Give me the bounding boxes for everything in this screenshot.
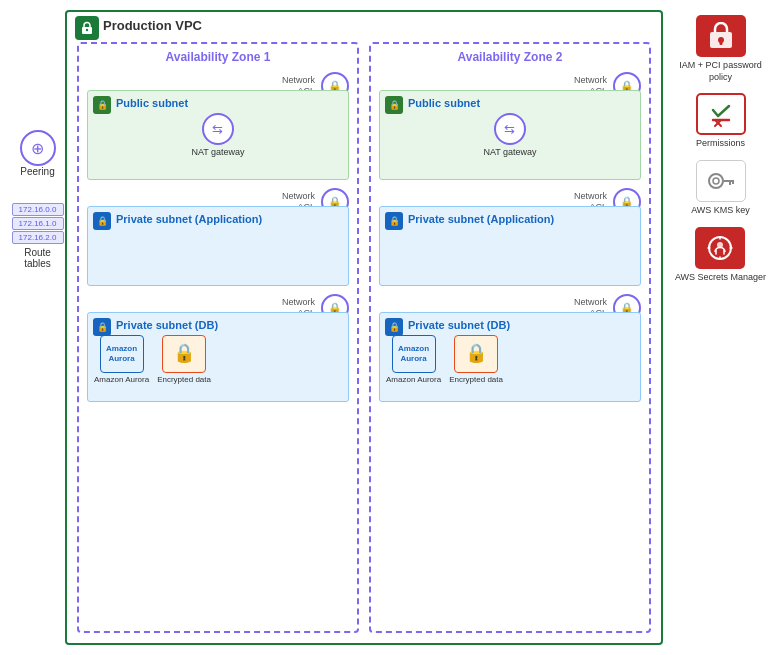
route-item-1: 172.16.0.0 [12, 203, 64, 216]
left-sidebar: ⊕ Peering 172.16.0.0 172.16.1.0 172.16.2… [10, 10, 65, 645]
az1-public-subnet-title: Public subnet [116, 97, 342, 109]
svg-point-16 [717, 242, 723, 248]
permissions-icon [696, 93, 746, 135]
az2-encrypted-icon: 🔒 [454, 335, 498, 373]
az1-app-subnet-icon: 🔒 [93, 212, 111, 230]
az2-encrypted-label: Encrypted data [449, 375, 503, 385]
az2-encrypted-item: 🔒 Encrypted data [449, 335, 503, 385]
peering-icon: ⊕ [20, 130, 56, 166]
route-tables: 172.16.0.0 172.16.1.0 172.16.2.0 Routeta… [12, 203, 64, 269]
az1-public-subnet: 🔒 Public subnet ⇆ NAT gateway [87, 90, 349, 180]
vpc-label: Production VPC [103, 18, 202, 33]
az2-nat-container: ⇆ NAT gateway [483, 113, 536, 157]
kms-label: AWS KMS key [691, 205, 750, 217]
az1-aurora-item: AmazonAurora Amazon Aurora [94, 335, 149, 385]
az2-public-subnet-icon: 🔒 [385, 96, 403, 114]
az1-db-row: AmazonAurora Amazon Aurora 🔒 Encrypted d… [94, 335, 342, 385]
az2-db-wrapper: NetworkACL 🔒 🔒 Private subnet (DB) Amazo… [379, 312, 641, 402]
peering-item: ⊕ Peering [20, 130, 56, 177]
permissions-label: Permissions [696, 138, 745, 150]
route-item-3: 172.16.2.0 [12, 231, 64, 244]
az1-public-wrapper: NetworkACL 🔒 🔒 Public subnet ⇆ NAT gatew… [87, 90, 349, 180]
az2-nat-icon: ⇆ [494, 113, 526, 145]
az2-aurora-label: Amazon Aurora [386, 375, 441, 385]
az1-aurora-icon: AmazonAurora [100, 335, 144, 373]
secrets-icon [695, 227, 745, 269]
iam-pci-icon [696, 15, 746, 57]
az1-aurora-label: Amazon Aurora [94, 375, 149, 385]
az1-db-subnet-title: Private subnet (DB) [116, 319, 342, 331]
az2-db-subnet-icon: 🔒 [385, 318, 403, 336]
az2-public-subnet: 🔒 Public subnet ⇆ NAT gateway [379, 90, 641, 180]
az1-nat-container: ⇆ NAT gateway [191, 113, 244, 157]
az2-db-row: AmazonAurora Amazon Aurora 🔒 Encrypted d… [386, 335, 634, 385]
az1-nat-icon: ⇆ [202, 113, 234, 145]
az1-app-wrapper: NetworkACL 🔒 🔒 Private subnet (Applicati… [87, 206, 349, 286]
zones-container: Availability Zone 1 NetworkACL 🔒 🔒 Publi… [77, 42, 651, 633]
az1-public-subnet-icon: 🔒 [93, 96, 111, 114]
az2-db-subnet: 🔒 Private subnet (DB) AmazonAurora Amazo… [379, 312, 641, 402]
vpc-box: Production VPC Availability Zone 1 Netwo… [65, 10, 663, 645]
svg-point-11 [713, 178, 719, 184]
az1-encrypted-item: 🔒 Encrypted data [157, 335, 211, 385]
az2-label: Availability Zone 2 [458, 50, 563, 64]
vpc-icon [75, 16, 99, 40]
svg-rect-4 [719, 40, 722, 45]
az2-aurora-item: AmazonAurora Amazon Aurora [386, 335, 441, 385]
peering-label: Peering [20, 166, 54, 177]
secrets-label: AWS Secrets Manager [675, 272, 766, 284]
az2-nat-label: NAT gateway [483, 147, 536, 157]
kms-icon [696, 160, 746, 202]
iam-pci-label: IAM + PCI password policy [673, 60, 768, 83]
permissions-item: Permissions [696, 93, 746, 150]
az1-encrypted-label: Encrypted data [157, 375, 211, 385]
az2-box: Availability Zone 2 NetworkACL 🔒 🔒 Publi… [369, 42, 651, 633]
az1-app-subnet: 🔒 Private subnet (Application) [87, 206, 349, 286]
iam-pci-item: IAM + PCI password policy [673, 15, 768, 83]
az2-app-subnet-icon: 🔒 [385, 212, 403, 230]
az2-aurora-icon: AmazonAurora [392, 335, 436, 373]
az2-public-wrapper: NetworkACL 🔒 🔒 Public subnet ⇆ NAT gatew… [379, 90, 641, 180]
secrets-item: AWS Secrets Manager [675, 227, 766, 284]
route-tables-label: Routetables [24, 247, 51, 269]
route-item-2: 172.16.1.0 [12, 217, 64, 230]
svg-point-10 [709, 174, 723, 188]
az1-db-wrapper: NetworkACL 🔒 🔒 Private subnet (DB) Amazo… [87, 312, 349, 402]
az1-app-subnet-title: Private subnet (Application) [116, 213, 342, 225]
az2-app-subnet: 🔒 Private subnet (Application) [379, 206, 641, 286]
az2-db-subnet-title: Private subnet (DB) [408, 319, 634, 331]
az1-box: Availability Zone 1 NetworkACL 🔒 🔒 Publi… [77, 42, 359, 633]
az2-public-subnet-title: Public subnet [408, 97, 634, 109]
az1-encrypted-icon: 🔒 [162, 335, 206, 373]
kms-item: AWS KMS key [691, 160, 750, 217]
az2-app-subnet-title: Private subnet (Application) [408, 213, 634, 225]
az1-label: Availability Zone 1 [166, 50, 271, 64]
right-sidebar: IAM + PCI password policy Permissions [673, 10, 768, 645]
az1-db-subnet: 🔒 Private subnet (DB) AmazonAurora Amazo… [87, 312, 349, 402]
az1-nat-label: NAT gateway [191, 147, 244, 157]
az2-app-wrapper: NetworkACL 🔒 🔒 Private subnet (Applicati… [379, 206, 641, 286]
svg-point-1 [86, 29, 88, 31]
az1-db-subnet-icon: 🔒 [93, 318, 111, 336]
